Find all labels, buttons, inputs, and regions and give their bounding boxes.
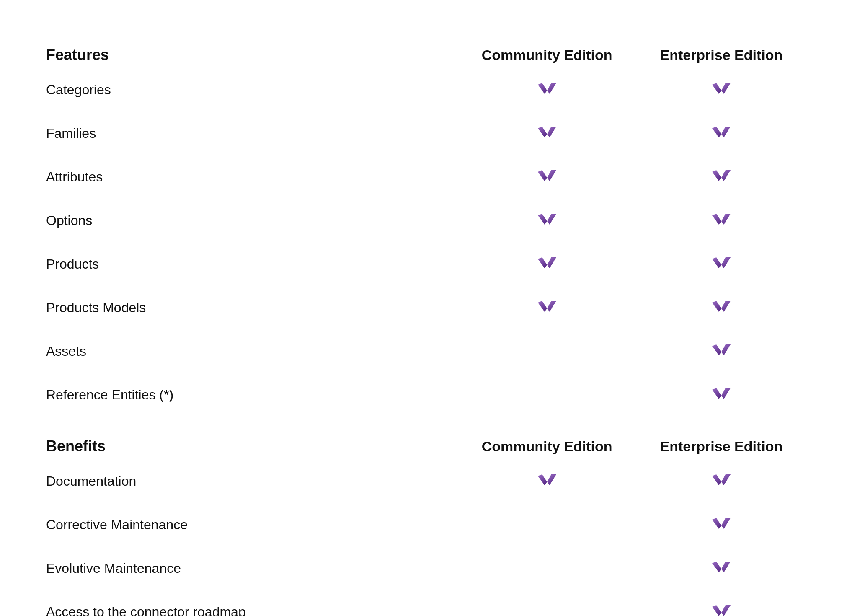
benefits-table-body: Documentation Corrective Maintenance: [34, 459, 808, 616]
check-icon: [535, 75, 560, 101]
benefits-community-header: Community Edition: [460, 417, 634, 459]
table-row: Documentation: [34, 459, 808, 503]
feature-label: Products: [34, 242, 460, 286]
enterprise-check-cell: [634, 68, 808, 111]
table-row: Evolutive Maintenance: [34, 546, 808, 590]
enterprise-check-cell: [634, 459, 808, 503]
check-icon: [709, 554, 734, 579]
check-icon: [535, 119, 560, 144]
check-icon: [709, 598, 734, 616]
community-check-cell: [460, 329, 634, 373]
checkmark-icon: [709, 163, 734, 188]
checkmark-icon: [709, 510, 734, 536]
feature-label: Options: [34, 199, 460, 242]
check-icon: [709, 250, 734, 275]
feature-label: Corrective Maintenance: [34, 503, 460, 546]
checkmark-icon: [709, 554, 734, 579]
features-header-row: Features Community Edition Enterprise Ed…: [34, 25, 808, 68]
enterprise-check-cell: [634, 373, 808, 417]
check-icon: [709, 337, 734, 362]
benefits-enterprise-header: Enterprise Edition: [634, 417, 808, 459]
check-icon: [709, 510, 734, 536]
features-column-header: Features: [34, 25, 460, 68]
check-icon: [709, 293, 734, 318]
table-row: Products: [34, 242, 808, 286]
check-icon: [709, 163, 734, 188]
checkmark-icon: [709, 293, 734, 318]
community-check-cell: [460, 459, 634, 503]
feature-label: Access to the connector roadmap: [34, 590, 460, 616]
check-icon: [709, 467, 734, 492]
table-row: Products Models: [34, 286, 808, 329]
checkmark-icon: [709, 380, 734, 406]
community-check-cell: [460, 242, 634, 286]
community-check-cell: [460, 68, 634, 111]
enterprise-check-cell: [634, 199, 808, 242]
checkmark-icon: [709, 206, 734, 231]
community-check-cell: [460, 199, 634, 242]
enterprise-check-cell: [634, 329, 808, 373]
comparison-table: Features Community Edition Enterprise Ed…: [34, 25, 808, 616]
enterprise-check-cell: [634, 155, 808, 199]
checkmark-icon: [535, 119, 560, 144]
check-icon: [709, 206, 734, 231]
enterprise-edition-header: Enterprise Edition: [634, 25, 808, 68]
feature-label: Assets: [34, 329, 460, 373]
enterprise-check-cell: [634, 546, 808, 590]
enterprise-check-cell: [634, 503, 808, 546]
feature-label: Families: [34, 111, 460, 155]
check-icon: [535, 206, 560, 231]
community-check-cell: [460, 546, 634, 590]
checkmark-icon: [709, 598, 734, 616]
community-edition-header: Community Edition: [460, 25, 634, 68]
feature-label: Attributes: [34, 155, 460, 199]
feature-label: Products Models: [34, 286, 460, 329]
table-row: Families: [34, 111, 808, 155]
check-icon: [709, 119, 734, 144]
checkmark-icon: [709, 467, 734, 492]
community-check-cell: [460, 111, 634, 155]
checkmark-icon: [535, 206, 560, 231]
checkmark-icon: [535, 75, 560, 101]
checkmark-icon: [535, 293, 560, 318]
table-row: Attributes: [34, 155, 808, 199]
table-row: Access to the connector roadmap: [34, 590, 808, 616]
check-icon: [535, 250, 560, 275]
feature-label: Reference Entities (*): [34, 373, 460, 417]
features-table-body: Categories Families: [34, 68, 808, 417]
community-check-cell: [460, 503, 634, 546]
checkmark-icon: [709, 337, 734, 362]
feature-label: Documentation: [34, 459, 460, 503]
enterprise-check-cell: [634, 242, 808, 286]
check-icon: [535, 467, 560, 492]
table-row: Reference Entities (*): [34, 373, 808, 417]
checkmark-icon: [535, 467, 560, 492]
enterprise-check-cell: [634, 590, 808, 616]
table-row: Corrective Maintenance: [34, 503, 808, 546]
table-row: Assets: [34, 329, 808, 373]
table-row: Categories: [34, 68, 808, 111]
benefits-column-header: Benefits: [34, 417, 460, 459]
checkmark-icon: [535, 163, 560, 188]
community-check-cell: [460, 590, 634, 616]
checkmark-icon: [709, 250, 734, 275]
table-row: Options: [34, 199, 808, 242]
feature-label: Categories: [34, 68, 460, 111]
community-check-cell: [460, 286, 634, 329]
checkmark-icon: [535, 250, 560, 275]
check-icon: [709, 380, 734, 406]
checkmark-icon: [709, 119, 734, 144]
checkmark-icon: [709, 75, 734, 101]
benefits-header-row: Benefits Community Edition Enterprise Ed…: [34, 417, 808, 459]
community-check-cell: [460, 373, 634, 417]
check-icon: [709, 75, 734, 101]
enterprise-check-cell: [634, 286, 808, 329]
check-icon: [535, 293, 560, 318]
check-icon: [535, 163, 560, 188]
community-check-cell: [460, 155, 634, 199]
enterprise-check-cell: [634, 111, 808, 155]
feature-label: Evolutive Maintenance: [34, 546, 460, 590]
